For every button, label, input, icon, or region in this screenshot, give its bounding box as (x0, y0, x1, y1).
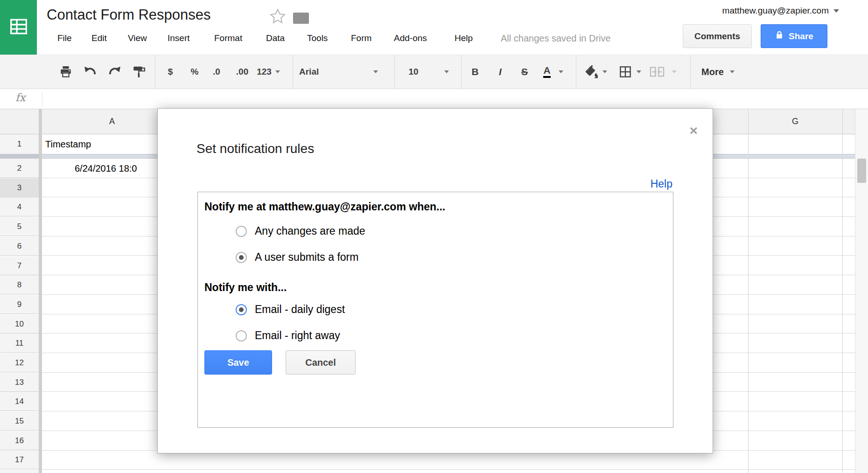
close-icon[interactable]: × (689, 125, 698, 137)
formula-bar[interactable] (0, 89, 868, 109)
number-format-button[interactable]: 123 (253, 55, 275, 89)
borders-caret-icon[interactable] (636, 55, 642, 89)
cell-A2[interactable]: 6/24/2016 18:0 (75, 159, 137, 178)
sheets-logo[interactable] (0, 0, 37, 55)
menu-format[interactable]: Format (214, 30, 242, 47)
comments-label: Comments (694, 31, 740, 42)
merge-cells-caret-icon[interactable] (671, 55, 678, 89)
sheets-grid-icon (9, 18, 28, 37)
vertical-scrollbar-thumb[interactable] (857, 159, 866, 183)
formula-bar-divider (42, 92, 42, 106)
radio-email-daily-digest-label: Email - daily digest (255, 303, 345, 316)
radio-unselected-icon[interactable] (236, 330, 247, 341)
fill-color-caret-icon[interactable] (602, 55, 608, 89)
comments-button[interactable]: Comments (683, 24, 752, 48)
lock-icon (775, 30, 784, 42)
share-button[interactable]: Share (761, 24, 827, 48)
increase-decimals-button[interactable]: .00 (231, 55, 253, 89)
gridline-vertical (842, 109, 843, 473)
radio-selected-focused-icon[interactable] (236, 304, 247, 315)
strikethrough-button[interactable]: S (518, 55, 531, 89)
radio-email-daily-digest[interactable]: Email - daily digest (236, 303, 345, 316)
star-icon[interactable] (269, 7, 287, 25)
menu-insert[interactable]: Insert (168, 30, 190, 47)
fill-color-icon[interactable] (582, 55, 599, 89)
notification-rules-dialog: Set notification rules × Help Notify me … (157, 108, 713, 453)
row-header-10[interactable]: 10 (0, 314, 39, 334)
row-header-12[interactable]: 12 (0, 353, 39, 372)
row-header-15[interactable]: 15 (0, 411, 39, 431)
radio-any-changes-label: Any changes are made (255, 225, 365, 237)
document-title[interactable]: Contact Form Responses (47, 7, 210, 23)
row-header-14[interactable]: 14 (0, 392, 39, 411)
row-header-8[interactable]: 8 (0, 275, 39, 294)
share-label: Share (789, 31, 813, 42)
currency-format-button[interactable]: $ (164, 55, 176, 89)
radio-selected-icon[interactable] (236, 252, 247, 263)
paint-format-icon[interactable] (131, 55, 148, 89)
row-header-13[interactable]: 13 (0, 373, 39, 392)
radio-unselected-icon[interactable] (236, 226, 247, 237)
undo-icon[interactable] (82, 55, 98, 89)
row-header-7[interactable]: 7 (0, 256, 39, 275)
menu-addons[interactable]: Add-ons (394, 30, 427, 47)
radio-any-changes[interactable]: Any changes are made (236, 225, 365, 237)
row-header-16[interactable]: 16 (0, 431, 39, 450)
number-format-caret-icon[interactable] (274, 55, 281, 89)
row-header-1[interactable]: 1 (0, 134, 39, 154)
menu-tools[interactable]: Tools (307, 30, 328, 47)
notify-when-heading: Notify me at matthew.guay@zapier.com whe… (204, 201, 445, 213)
menu-view[interactable]: View (128, 30, 147, 47)
frozen-row-divider-handle[interactable] (0, 154, 42, 159)
row-header-18-partial[interactable] (0, 470, 39, 473)
merge-cells-icon[interactable] (648, 55, 666, 89)
fx-icon: fx (15, 91, 25, 104)
row-header-2[interactable]: 2 (0, 159, 39, 178)
menu-edit[interactable]: Edit (91, 30, 107, 47)
row-header-17[interactable]: 17 (0, 450, 39, 469)
row-header-4[interactable]: 4 (0, 197, 39, 216)
radio-email-right-away-label: Email - right away (255, 329, 340, 342)
row-header-11[interactable]: 11 (0, 334, 39, 353)
font-size-caret-icon[interactable] (443, 55, 450, 89)
decrease-decimals-button[interactable]: .0 (208, 55, 225, 89)
column-header-G[interactable]: G (748, 109, 842, 134)
print-icon[interactable] (58, 55, 74, 89)
row-header-edge-strip[interactable] (39, 109, 42, 473)
toolbar-separator (461, 55, 462, 89)
help-link[interactable]: Help (651, 178, 672, 190)
more-caret-icon[interactable] (729, 55, 735, 89)
more-button[interactable]: More (699, 55, 726, 89)
font-family-select[interactable]: Arial (299, 55, 332, 89)
cancel-button[interactable]: Cancel (286, 350, 356, 375)
autosave-status[interactable]: All changes saved in Drive (501, 30, 611, 47)
row-header-6[interactable]: 6 (0, 236, 39, 256)
row-header-3[interactable]: 3 (0, 178, 39, 197)
save-button[interactable]: Save (204, 350, 272, 375)
menu-help[interactable]: Help (455, 30, 473, 47)
radio-email-right-away[interactable]: Email - right away (236, 329, 340, 342)
font-size-select[interactable]: 10 (405, 55, 422, 89)
account-menu[interactable]: matthew.guay@zapier.com (722, 6, 839, 16)
notification-options-box: Notify me at matthew.guay@zapier.com whe… (197, 192, 673, 428)
italic-button[interactable]: I (494, 55, 507, 89)
bold-button[interactable]: B (469, 55, 482, 89)
select-all-corner[interactable] (0, 109, 39, 134)
row-header-5[interactable]: 5 (0, 217, 39, 236)
text-color-button[interactable]: A (540, 55, 553, 89)
percent-format-button[interactable]: % (187, 55, 203, 89)
chevron-down-icon (833, 9, 839, 13)
move-to-folder-icon[interactable] (293, 13, 309, 24)
radio-user-submits-form[interactable]: A user submits a form (236, 251, 358, 264)
cell-A1[interactable]: Timestamp (45, 134, 91, 154)
menu-data[interactable]: Data (266, 30, 285, 47)
row-header-9[interactable]: 9 (0, 295, 39, 314)
borders-icon[interactable] (617, 55, 634, 89)
redo-icon[interactable] (106, 55, 123, 89)
menu-form[interactable]: Form (351, 30, 371, 47)
menu-file[interactable]: File (57, 30, 72, 47)
text-color-caret-icon[interactable] (558, 55, 564, 89)
font-family-caret-icon[interactable] (372, 55, 379, 89)
toolbar-separator (155, 55, 155, 89)
account-email: matthew.guay@zapier.com (722, 6, 829, 16)
